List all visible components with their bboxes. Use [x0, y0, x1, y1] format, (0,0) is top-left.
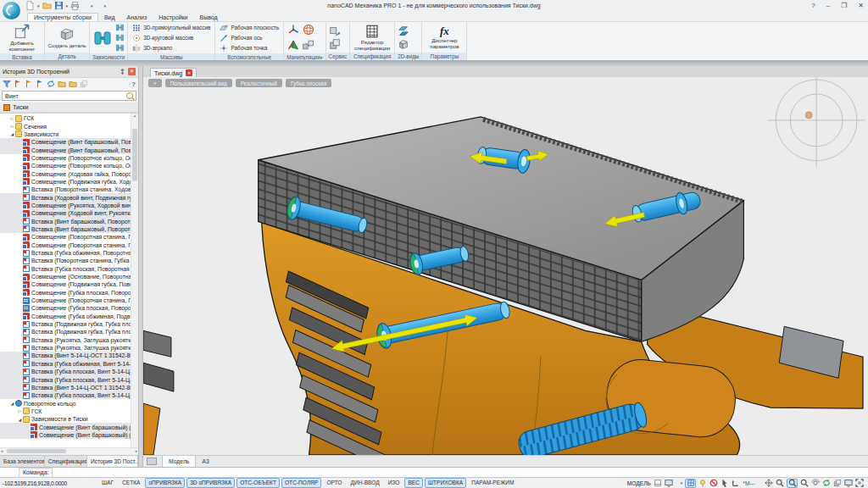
tree-item[interactable]: Совмещение (Губка плоская, Поворот: [0, 289, 131, 297]
tree-item[interactable]: Совмещение (Губка обжимная, Подв: [0, 313, 131, 320]
menu-tab-0[interactable]: Инструменты сборки: [27, 13, 98, 21]
menu-tab-4[interactable]: Вывод: [194, 14, 224, 21]
zoom-previous-icon[interactable]: [800, 479, 809, 487]
status-toggle-ОТС-ПОЛЯР[interactable]: ОТС-ПОЛЯР: [281, 478, 321, 488]
constraint-small-icon[interactable]: [115, 23, 125, 32]
refresh-icon[interactable]: [47, 80, 55, 88]
tree-item[interactable]: Совмещение (Поворотная станина, Гу: [0, 297, 131, 304]
menu-tab-2[interactable]: Анализ: [121, 14, 153, 21]
sheet-tab-0[interactable]: Модель: [162, 456, 196, 467]
folder-icon[interactable]: [58, 80, 66, 88]
tree-item[interactable]: ▷ГСК: [0, 114, 131, 122]
tree-item[interactable]: Вставка (Губка плоская, Винт 5-14-Ц-О: [0, 368, 131, 375]
tree-item[interactable]: ▷Сечения: [0, 122, 131, 130]
2d-views-icon[interactable]: [398, 25, 409, 37]
tree-item[interactable]: Вставка (Винт барашковый, Поворотн: [0, 225, 131, 233]
tab-close-icon[interactable]: ✕: [186, 69, 192, 76]
zoom-window-button[interactable]: [787, 479, 798, 488]
move-boxes-icon[interactable]: [302, 38, 315, 52]
tree-item[interactable]: Вставка (Винт барашковый, Поворотн: [0, 217, 131, 225]
status-toggle-ОРТО[interactable]: ОРТО: [323, 478, 345, 488]
tree-item[interactable]: Вставка (Губка обжимная, Винт 5-14-Ц: [0, 360, 131, 368]
app-logo-icon[interactable]: [3, 2, 20, 19]
search-icon[interactable]: [126, 92, 133, 99]
view-box-icon[interactable]: [398, 38, 409, 50]
sheet-icon[interactable]: [654, 479, 662, 487]
menu-tab-1[interactable]: Вид: [98, 14, 121, 21]
status-toggle-ОТС-ОБЪЕКТ[interactable]: ОТС-ОБЪЕКТ: [236, 478, 280, 488]
tree-item[interactable]: Совмещение (Винт барашковый, Пов: [0, 146, 131, 153]
fullscreen-icon[interactable]: [855, 479, 864, 487]
tree-item[interactable]: Вставка (Поворотная станина, Ходова: [0, 186, 131, 193]
param-manager-button[interactable]: fx Диспетчер параметров: [425, 25, 464, 50]
service-boxes-icon[interactable]: [329, 38, 341, 50]
tree-item[interactable]: Совмещение (Винт барашковый, Пов: [0, 138, 131, 146]
3d-model[interactable]: [143, 77, 868, 455]
dropdown-caret-icon[interactable]: ▾: [681, 480, 683, 485]
model-viewport[interactable]: +Пользовательский видРеалистичныйГубка п…: [143, 77, 868, 455]
view-control-0[interactable]: +: [148, 79, 162, 87]
view-control-2[interactable]: Реалистичный: [236, 79, 282, 87]
annotation-scale[interactable]: *M---: [743, 480, 755, 486]
tree-item[interactable]: Совмещение (Ходовой винт, Рукоятка: [0, 209, 131, 217]
regen-icon[interactable]: [822, 479, 831, 487]
array-button-0[interactable]: 3D-прямоугольный массив: [131, 23, 212, 32]
tree-vertical-scrollbar[interactable]: ▲: [131, 114, 138, 447]
tree-item[interactable]: Вставка (Ходовой винт, Подвижная гу: [0, 193, 131, 201]
tree-item[interactable]: Вставка (Поворотная станина, Губка п: [0, 257, 131, 264]
model-space-label[interactable]: МОДЕЛЬ: [627, 480, 651, 486]
tree-item[interactable]: Вставка (Винт 5-14-Ц-ОСТ 1 31542-80, Г: [0, 384, 131, 391]
array-button-2[interactable]: 3D-зеркало: [131, 43, 212, 53]
status-toggle-ШАГ[interactable]: ШАГ: [98, 478, 117, 488]
status-toggle-3D оПРИВЯЗКА[interactable]: 3D оПРИВЯЗКА: [186, 478, 235, 488]
array-button-1[interactable]: 3D-круговой массив: [131, 33, 212, 42]
tree-item[interactable]: Совмещение (Подвижная губка, Пово: [0, 280, 131, 288]
view-control-3[interactable]: Губка плоская: [286, 79, 331, 87]
tree-item[interactable]: ◢Зависимости: [0, 130, 131, 138]
view-control-1[interactable]: Пользовательский вид: [165, 79, 232, 87]
tree-item[interactable]: Вставка (Губка плоская, Винт 5-14-Ц-О: [0, 391, 131, 399]
tree-item[interactable]: Вставка (Губка плоская, Винт 5-14-Ц-О: [0, 375, 131, 383]
service-update-icon[interactable]: [329, 25, 341, 37]
aux-button-2[interactable]: Рабочая точка: [218, 43, 281, 53]
tree-item[interactable]: ▷ГСК: [0, 408, 131, 415]
flag-orange-icon[interactable]: [25, 80, 33, 88]
status-toggle-ШТРИХОВКА[interactable]: ШТРИХОВКА: [425, 478, 466, 488]
panel-close-icon[interactable]: ✕: [128, 68, 136, 75]
sphere-icon[interactable]: [302, 23, 315, 36]
pin-icon[interactable]: [119, 68, 126, 75]
search-input[interactable]: Винт: [2, 91, 136, 101]
tree-item[interactable]: Вставка (Винт 5-14-Ц-ОСТ 1 31542-80, Г: [0, 352, 131, 359]
panel-tab-2[interactable]: История 3D Пост...: [87, 456, 138, 467]
create-part-button[interactable]: Создать деталь: [47, 25, 86, 49]
restore-button[interactable]: ❐: [841, 2, 847, 9]
left-edge-parts[interactable]: [143, 330, 174, 455]
snap-grid-toggle[interactable]: [685, 479, 696, 488]
status-toggle-оПРИВЯЗКА[interactable]: оПРИВЯЗКА: [145, 478, 185, 488]
tree-item[interactable]: Вставка (Подвижная губка, Губка плос: [0, 320, 131, 328]
tree-item[interactable]: Совмещение (Поворотное кольцо, Ос: [0, 162, 131, 169]
document-tab[interactable]: Тиски.dwg ✕: [150, 68, 197, 77]
zoom-icon[interactable]: [776, 479, 784, 487]
tree-item[interactable]: Совмещение (Винт барашковый) (: [0, 431, 131, 439]
aux-button-1[interactable]: Рабочая ось: [218, 33, 281, 42]
status-toggle-ДИН-ВВОД[interactable]: ДИН-ВВОД: [347, 478, 382, 488]
ucs-icon[interactable]: [732, 479, 740, 487]
tree-item[interactable]: Вставка (Рукоятка, Заглушка рукоятки: [0, 344, 131, 352]
flag-red-icon[interactable]: [14, 80, 22, 88]
help-icon[interactable]: ?: [131, 80, 136, 88]
navigation-wheel[interactable]: [767, 77, 865, 167]
screen-icon[interactable]: [844, 479, 853, 487]
aux-button-0[interactable]: Рабочая плоскость: [218, 23, 281, 32]
tree-item[interactable]: Совмещение (Основание, Поворотная: [0, 273, 131, 280]
tree-item[interactable]: Совмещение (Губка плоская, Поворот: [0, 304, 131, 312]
constraint-icon[interactable]: [92, 28, 113, 48]
triad-icon[interactable]: [287, 23, 300, 36]
panel-tab-0[interactable]: База элементов: [0, 456, 45, 467]
status-toggle-ПАРАМ-РЕЖИМ[interactable]: ПАРАМ-РЕЖИМ: [468, 478, 517, 488]
no-entry-icon[interactable]: [709, 479, 718, 487]
tree-item[interactable]: Совмещение (Поворотная станина, П: [0, 233, 131, 241]
sheet-tab-1[interactable]: A3: [196, 456, 214, 467]
constraint-small-icon[interactable]: [115, 43, 125, 53]
flag-blue-icon[interactable]: [36, 80, 44, 88]
